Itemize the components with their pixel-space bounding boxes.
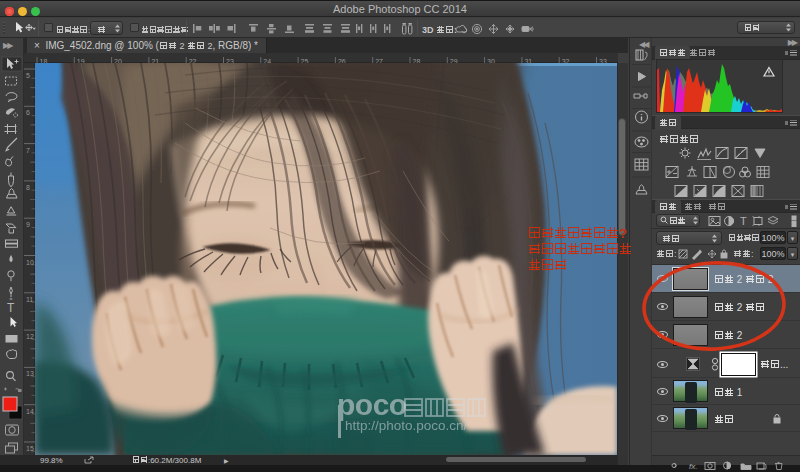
- svg-text:poco: poco: [337, 388, 407, 421]
- svg-text:8: 8: [26, 184, 30, 191]
- svg-text:13: 13: [26, 370, 34, 377]
- svg-text:fx.: fx.: [689, 462, 697, 470]
- svg-text:14: 14: [26, 408, 34, 415]
- svg-text:15: 15: [26, 445, 34, 452]
- svg-text:5: 5: [26, 72, 30, 79]
- svg-text:T: T: [740, 215, 747, 227]
- svg-text:10: 10: [26, 259, 34, 266]
- svg-text:12: 12: [26, 333, 34, 340]
- svg-text:9: 9: [26, 221, 30, 228]
- svg-text:11: 11: [26, 296, 33, 303]
- svg-text:http://photo.poco.cn/: http://photo.poco.cn/: [345, 418, 468, 433]
- svg-text:T: T: [7, 301, 15, 315]
- svg-text:6: 6: [26, 109, 30, 116]
- svg-text:7: 7: [26, 147, 30, 154]
